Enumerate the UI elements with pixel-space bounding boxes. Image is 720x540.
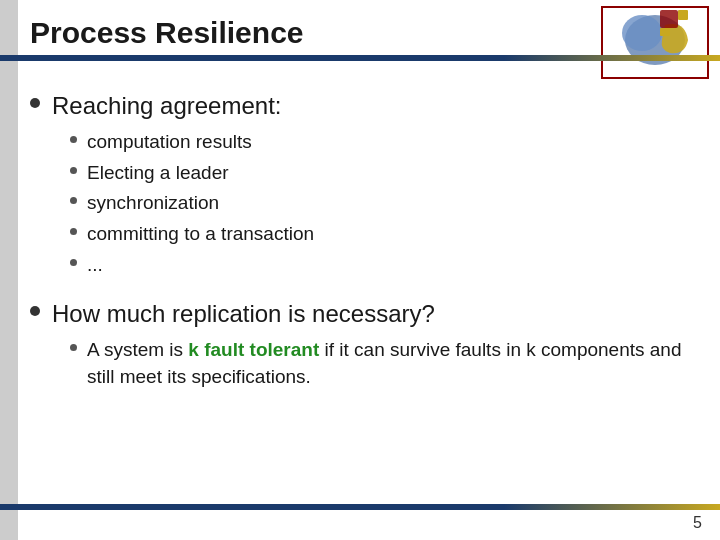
sub-bullet-electing: Electing a leader <box>70 160 700 187</box>
logo-icon <box>600 5 710 80</box>
sub-dot-4 <box>70 228 77 235</box>
sub-bullet-computation: computation results <box>70 129 700 156</box>
sub-dot-3 <box>70 197 77 204</box>
svg-rect-4 <box>678 10 688 20</box>
sub-bullet-committing: committing to a transaction <box>70 221 700 248</box>
sub-bullet-ellipsis: ... <box>70 252 700 279</box>
replication-text: How much replication is necessary? <box>52 298 435 329</box>
bullet-replication: How much replication is necessary? <box>30 298 700 329</box>
top-decorative-bar <box>0 55 720 61</box>
kfault-highlight: k fault tolerant <box>188 339 319 360</box>
electing-leader-text: Electing a leader <box>87 160 229 187</box>
replication-subbullets: A system is k fault tolerant if it can s… <box>70 337 700 390</box>
svg-point-2 <box>622 15 662 51</box>
bullet-dot-2 <box>30 306 40 316</box>
slide-title: Process Resilience <box>30 16 304 50</box>
svg-rect-5 <box>660 28 670 36</box>
svg-rect-3 <box>660 10 678 28</box>
sub-dot-5 <box>70 259 77 266</box>
sub-dot-1 <box>70 136 77 143</box>
bullet-dot-1 <box>30 98 40 108</box>
logo-area <box>600 5 710 80</box>
slide: Process Resilience Reaching agreement: <box>0 0 720 540</box>
sub-bullet-synchronization: synchronization <box>70 190 700 217</box>
content-area: Reaching agreement: computation results … <box>30 70 700 495</box>
committing-text: committing to a transaction <box>87 221 314 248</box>
sub-dot-kfault <box>70 344 77 351</box>
reaching-agreement-subbullets: computation results Electing a leader sy… <box>70 129 700 278</box>
kfault-text: A system is k fault tolerant if it can s… <box>87 337 700 390</box>
sub-dot-2 <box>70 167 77 174</box>
bottom-decorative-bar <box>0 504 720 510</box>
reaching-agreement-text: Reaching agreement: <box>52 90 281 121</box>
synchronization-text: synchronization <box>87 190 219 217</box>
bullet-reaching-agreement: Reaching agreement: <box>30 90 700 121</box>
page-number: 5 <box>693 514 702 532</box>
sub-bullet-kfault: A system is k fault tolerant if it can s… <box>70 337 700 390</box>
left-decorative-bar <box>0 0 18 540</box>
title-area: Process Resilience <box>30 10 590 55</box>
ellipsis-text: ... <box>87 252 103 279</box>
computation-results-text: computation results <box>87 129 252 156</box>
